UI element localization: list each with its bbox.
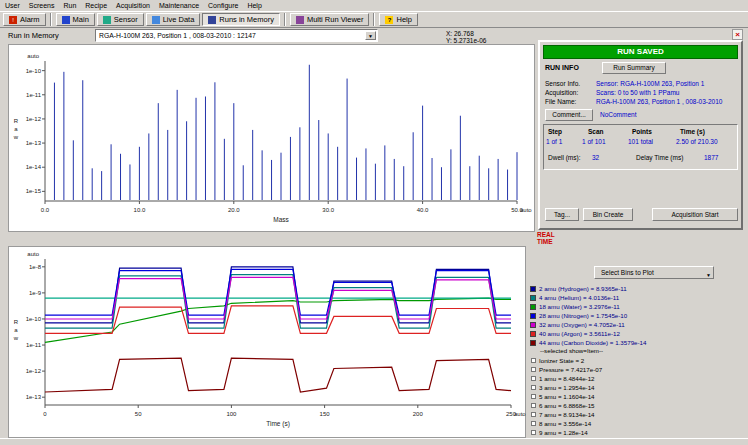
svg-text:1e-10: 1e-10 [26,68,42,74]
mass-spectrum-chart[interactable]: 1e-101e-111e-121e-131e-141e-150.010.020.… [8,44,535,232]
run-selector-combobox[interactable]: RGA-H-100M 263, Position 1 , 008-03-2010… [95,29,378,42]
legend-checkbox[interactable] [531,412,536,417]
legend-item[interactable]: 18 amu (Water) = 3.2976e-11 [530,302,746,311]
legend-extra-item[interactable]: Ionizer State = 2 [530,356,746,365]
live-data-icon [152,16,160,24]
svg-text:auto: auto [514,411,526,417]
legend-checkbox[interactable] [531,421,536,426]
legend-item[interactable]: 40 amu (Argon) = 3.5611e-12 [530,329,746,338]
legend-extra-item[interactable]: 7 amu = 8.9134e-14 [530,410,746,419]
mass-spectrum-plot[interactable]: 1e-101e-111e-121e-131e-141e-150.010.020.… [9,45,536,233]
run-in-memory-label: Run in Memory [8,31,59,40]
runs-in-memory-button-label: Runs in Memory [219,15,274,24]
alarm-button[interactable]: ! Alarm [3,13,46,26]
menu-recipe[interactable]: Recipe [85,2,107,9]
comment-button[interactable]: Comment... [545,109,593,121]
legend-extra-label: 3 amu = 1.2954e-14 [539,384,595,391]
help-button-label: Help [396,15,411,24]
step-header: Step [548,128,562,135]
legend-checkbox[interactable] [531,385,536,390]
trend-chart[interactable]: 1e-81e-91e-101e-111e-121e-13050100150200… [8,246,526,438]
close-icon[interactable]: × [732,29,743,40]
menu-maintenance[interactable]: Maintenance [159,2,199,9]
legend-item[interactable]: 2 amu (Hydrogen) = 8.9365e-11 [530,284,746,293]
toolbar-separator [284,13,286,26]
legend-item[interactable]: 44 amu (Carbon Dioxide) = 1.3579e-14 [530,338,746,347]
legend-item[interactable]: 4 amu (Helium) = 4.0136e-11 [530,293,746,302]
legend-extra-item[interactable]: 5 amu = 1.1604e-14 [530,392,746,401]
svg-text:1e-12: 1e-12 [26,116,42,122]
legend-extra-item[interactable]: 6 amu = 6.8868e-15 [530,401,746,410]
multi-run-viewer-icon [296,16,304,24]
file-name-value: RGA-H-100M 263, Position 1 , 008-03-2010 [596,98,722,105]
svg-text:1e-11: 1e-11 [26,92,42,98]
legend-item-label: 44 amu (Carbon Dioxide) = 1.3579e-14 [539,339,647,346]
legend-checkbox[interactable] [531,403,536,408]
toolbar: ! Alarm Main Sensor Live Data Runs in Me… [0,11,748,28]
acquisition-value: Scans: 0 to 50 with 1 PPamu [596,89,679,96]
main-button[interactable]: Main [56,13,95,26]
svg-text:200: 200 [413,411,424,417]
runs-in-memory-button[interactable]: Runs in Memory [202,13,280,26]
legend-extra-item[interactable]: 9 amu = 1.28e-14 [530,428,746,437]
menu-screens[interactable]: Screens [29,2,55,9]
toolbar-separator [50,13,52,26]
multi-run-viewer-button[interactable]: Multi Run Viewer [290,13,370,26]
legend-extra-label: Pressure = 7.4217e-07 [539,366,602,373]
legend-checkbox[interactable] [531,430,536,435]
legend-extra-label: Ionizer State = 2 [539,357,584,364]
legend-extra-item[interactable]: 1 amu = 8.4844e-12 [530,374,746,383]
svg-text:20.0: 20.0 [228,207,240,213]
bin-create-button[interactable]: Bin Create [583,208,633,221]
delay-time-label: Delay Time (ms) [636,154,683,161]
sensor-button[interactable]: Sensor [97,13,144,26]
chevron-down-icon[interactable]: ▼ [365,31,376,40]
acquisition-label: Acquisition: [545,89,578,96]
time-header: Time (s) [680,128,705,135]
chevron-down-icon: ▼ [706,270,711,281]
legend-checkbox[interactable] [531,376,536,381]
sensor-info-label: Sensor Info. [545,80,580,87]
legend-extra-item[interactable]: 3 amu = 1.2954e-14 [530,383,746,392]
svg-text:0: 0 [43,411,47,417]
legend-item[interactable]: 28 amu (Nitrogen) = 1.7545e-10 [530,311,746,320]
legend-extra-item[interactable]: 8 amu = 3.556e-14 [530,419,746,428]
menu-help[interactable]: Help [247,2,261,9]
legend-extra-label: 9 amu = 1.28e-14 [539,429,588,436]
step-value: 1 of 1 [546,138,562,145]
svg-text:100: 100 [226,411,237,417]
dwell-label: Dwell (ms): [548,154,581,161]
legend-checkbox[interactable] [531,394,536,399]
legend-checkbox[interactable] [531,358,536,363]
live-data-button[interactable]: Live Data [146,13,201,26]
help-button[interactable]: ? Help [379,13,417,26]
svg-text:1e-13: 1e-13 [26,140,42,146]
svg-text:a: a [14,327,18,333]
menu-run[interactable]: Run [63,2,76,9]
menu-configure[interactable]: Configure [208,2,238,9]
legend-separator: --selected show=Item-- [530,347,746,356]
svg-text:50: 50 [135,411,142,417]
select-bins-dropdown[interactable]: Select Bins to Plot ▼ [594,266,714,279]
legend-color-swatch [530,295,536,301]
legend-color-swatch [530,331,536,337]
svg-text:150: 150 [320,411,331,417]
svg-text:1e-9: 1e-9 [29,290,42,296]
run-info-panel: RUN SAVED RUN INFO Run Summary Sensor In… [538,40,743,230]
legend-item-label: 18 amu (Water) = 3.2976e-11 [539,303,620,310]
points-value: 101 total [628,138,653,145]
menu-user[interactable]: User [5,2,20,9]
run-summary-button[interactable]: Run Summary [602,62,666,74]
legend-extra-item[interactable]: Pressure = 7.4217e-07 [530,365,746,374]
legend-checkbox[interactable] [531,367,536,372]
legend-item[interactable]: 32 amu (Oxygen) = 4.7052e-11 [530,320,746,329]
acquisition-start-button[interactable]: Acquisition Start [652,208,738,221]
svg-text:Time (s): Time (s) [266,420,290,428]
legend-item-label: 4 amu (Helium) = 4.0136e-11 [539,294,619,301]
tag-button[interactable]: Tag... [545,208,579,221]
menu-acquisition[interactable]: Acquisition [116,2,150,9]
status-strip [0,438,748,445]
scan-header: Scan [588,128,604,135]
legend-extra-label: 5 amu = 1.1604e-14 [539,393,595,400]
trend-plot[interactable]: 1e-81e-91e-101e-111e-121e-13050100150200… [9,247,527,439]
